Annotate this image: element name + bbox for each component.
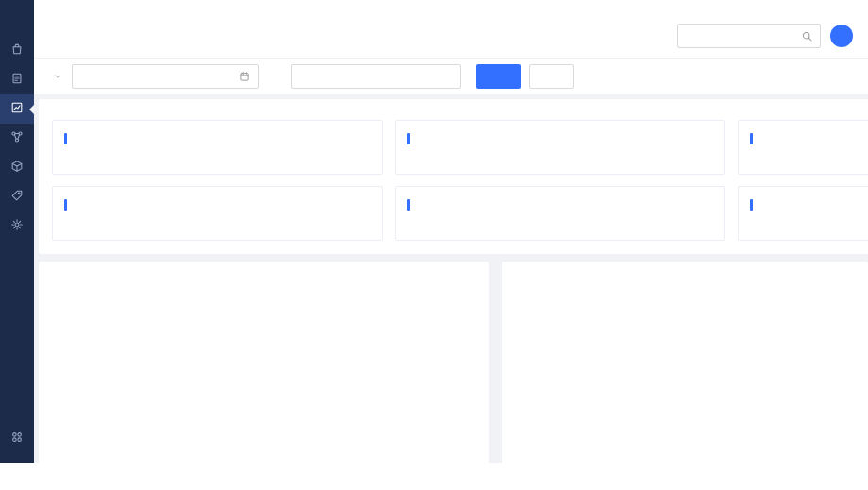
sidebar xyxy=(0,0,34,463)
sidebar-item-system[interactable] xyxy=(0,211,34,241)
yuan-coin-icon xyxy=(694,195,713,214)
search-button[interactable] xyxy=(476,64,521,89)
topbar xyxy=(34,0,868,59)
app-window xyxy=(0,0,868,463)
stat-sales-amount xyxy=(738,120,868,175)
filter-bar xyxy=(34,59,868,94)
ranking-row xyxy=(54,290,474,322)
ranking-table xyxy=(54,284,474,418)
content-area xyxy=(34,94,868,463)
stat-repurchase-rate xyxy=(738,186,868,241)
sales-data-card xyxy=(39,99,868,254)
global-search-input[interactable] xyxy=(685,30,801,42)
ranking-row xyxy=(54,354,474,386)
stat-accent-tick xyxy=(750,199,753,211)
date-type-select[interactable] xyxy=(49,72,62,81)
main-area xyxy=(34,0,868,463)
stat-avg-order-value xyxy=(395,186,725,241)
global-search-box[interactable] xyxy=(677,24,821,48)
sidebar-item-inventory[interactable] xyxy=(0,153,34,182)
sidebar-item-data[interactable] xyxy=(0,94,34,124)
stat-accent-tick xyxy=(64,199,67,211)
yuan-coin-icon xyxy=(694,129,713,148)
search-icon[interactable] xyxy=(801,30,813,42)
sidebar-item-marketing[interactable] xyxy=(0,182,34,211)
date-range-picker[interactable] xyxy=(72,64,259,89)
bottom-row xyxy=(39,262,868,463)
shop-bag-icon xyxy=(10,42,24,56)
merchant-search-box[interactable] xyxy=(291,64,461,89)
sidebar-nav xyxy=(0,36,34,241)
order-doc-icon xyxy=(10,72,24,85)
customer-ranking-card xyxy=(39,262,489,463)
inventory-cube-icon xyxy=(10,160,24,173)
stat-accent-tick xyxy=(750,133,753,144)
sidebar-item-supply-chain[interactable] xyxy=(0,124,34,153)
supply-chain-icon xyxy=(10,130,24,144)
stat-accent-tick xyxy=(407,133,410,144)
ranking-row xyxy=(54,386,474,418)
sidebar-item-orders[interactable] xyxy=(0,65,34,94)
merchant-search-input[interactable] xyxy=(299,71,452,82)
marketing-tag-icon xyxy=(10,189,24,202)
ranking-row xyxy=(54,322,474,354)
system-gear-icon xyxy=(10,218,24,231)
data-chart-icon xyxy=(10,101,24,114)
sidebar-item-goods[interactable] xyxy=(0,36,34,65)
yuan-coin-icon xyxy=(351,195,370,214)
sidebar-item-app-center[interactable] xyxy=(0,424,34,453)
chevron-down-icon xyxy=(53,72,62,81)
brand-logo xyxy=(16,0,18,8)
order-customers-line-chart xyxy=(518,277,868,437)
yuan-coin-icon xyxy=(351,129,370,148)
beginner-guide-button[interactable] xyxy=(830,25,853,47)
sales-stats-grid xyxy=(52,120,868,241)
order-customers-card xyxy=(502,262,868,463)
stat-order-amount xyxy=(395,120,725,175)
app-center-icon xyxy=(10,431,24,444)
stat-order-customers xyxy=(52,120,383,175)
topbar-right xyxy=(677,24,853,48)
calendar-icon xyxy=(239,71,250,82)
stat-accent-tick xyxy=(407,199,410,211)
stat-accent-tick xyxy=(64,133,67,144)
export-button[interactable] xyxy=(529,64,574,89)
stat-gross-profit xyxy=(52,186,383,241)
